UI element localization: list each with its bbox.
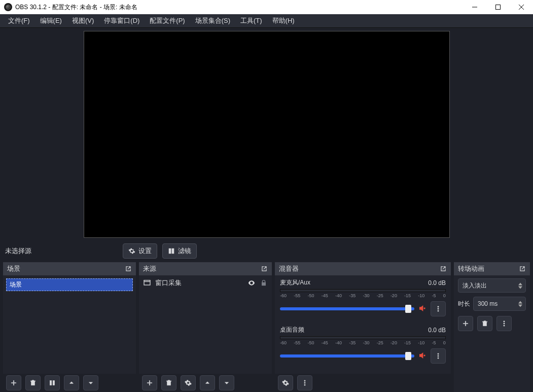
chevron-down-icon xyxy=(223,379,230,386)
audio-ticks: -60-55-50-45-40-35-30-25-20-15-10-50 xyxy=(280,293,446,298)
remove-source-button[interactable] xyxy=(161,375,176,390)
gear-icon xyxy=(185,379,192,386)
preview-area xyxy=(0,28,533,243)
plus-icon xyxy=(10,379,17,386)
mixer-settings-button[interactable] xyxy=(278,375,293,390)
add-source-button[interactable] xyxy=(142,375,157,390)
source-item[interactable]: 窗口采集 xyxy=(139,275,272,291)
add-transition-button[interactable] xyxy=(458,316,473,331)
menu-scene-collection[interactable]: 场景集合(S) xyxy=(190,15,235,27)
trash-icon xyxy=(481,320,488,327)
menu-edit[interactable]: 编辑(E) xyxy=(35,15,67,27)
popout-icon[interactable] xyxy=(125,265,132,272)
menu-help[interactable]: 帮助(H) xyxy=(267,15,300,27)
mixer-channel-db: 0.0 dB xyxy=(428,327,446,334)
source-properties-button[interactable]: 设置 xyxy=(123,243,157,259)
window-title: OBS 30.1.2 - 配置文件: 未命名 - 场景: 未命名 xyxy=(15,3,137,12)
close-button[interactable] xyxy=(510,0,533,14)
scenes-dock: 场景 场景 xyxy=(3,262,136,392)
scene-item[interactable]: 场景 xyxy=(6,278,133,291)
speaker-muted-icon xyxy=(418,351,427,360)
spinner-icon xyxy=(518,301,522,307)
mixer-channel: 桌面音频 0.0 dB -60-55-50-45-40-35-30-25-20-… xyxy=(275,323,451,370)
svg-point-20 xyxy=(504,323,505,324)
svg-rect-6 xyxy=(50,380,52,385)
mixer-channel-menu-button[interactable] xyxy=(431,348,446,364)
gear-icon xyxy=(128,247,135,255)
more-vertical-icon xyxy=(435,305,442,312)
transitions-dock: 转场动画 淡入淡出 时长 300 ms xyxy=(454,262,530,392)
mixer-header: 混音器 xyxy=(275,262,451,275)
menu-profile[interactable]: 配置文件(P) xyxy=(145,15,190,27)
lock-icon[interactable] xyxy=(260,279,268,287)
plus-icon xyxy=(146,379,153,386)
volume-slider[interactable] xyxy=(280,307,414,310)
popout-icon[interactable] xyxy=(519,265,526,272)
volume-slider[interactable] xyxy=(280,354,414,358)
move-scene-up-button[interactable] xyxy=(64,375,79,390)
eye-icon[interactable] xyxy=(247,279,256,287)
mute-button[interactable] xyxy=(418,351,427,361)
mixer-channel-menu-button[interactable] xyxy=(431,301,446,316)
more-vertical-icon xyxy=(301,379,308,386)
svg-rect-8 xyxy=(144,280,150,285)
mute-button[interactable] xyxy=(418,304,427,314)
maximize-button[interactable] xyxy=(486,0,510,14)
transition-select[interactable]: 淡入淡出 xyxy=(458,278,526,293)
scenes-title: 场景 xyxy=(7,264,20,273)
chevron-down-icon xyxy=(87,379,94,386)
duration-value: 300 ms xyxy=(478,300,498,307)
move-source-down-button[interactable] xyxy=(219,375,234,390)
source-filters-label: 滤镜 xyxy=(178,246,191,256)
filters-icon xyxy=(168,247,175,255)
menu-dock[interactable]: 停靠窗口(D) xyxy=(99,15,145,27)
more-vertical-icon xyxy=(501,320,508,327)
svg-point-12 xyxy=(438,310,439,311)
trash-icon xyxy=(29,379,37,386)
window-titlebar: OBS 30.1.2 - 配置文件: 未命名 - 场景: 未命名 xyxy=(0,0,533,14)
menu-tools[interactable]: 工具(T) xyxy=(235,15,267,27)
mixer-channel-name: 麦克风/Aux xyxy=(280,278,428,287)
sources-title: 来源 xyxy=(143,264,156,273)
svg-point-15 xyxy=(438,358,439,359)
svg-rect-4 xyxy=(169,248,171,254)
source-toolbar: 未选择源 设置 滤镜 xyxy=(0,243,533,259)
menubar: 文件(F) 编辑(E) 视图(V) 停靠窗口(D) 配置文件(P) 场景集合(S… xyxy=(0,14,533,28)
preview-canvas[interactable] xyxy=(84,31,450,238)
add-scene-button[interactable] xyxy=(6,375,21,390)
duration-input[interactable]: 300 ms xyxy=(473,297,526,311)
menu-file[interactable]: 文件(F) xyxy=(3,15,35,27)
mixer-dock: 混音器 麦克风/Aux 0.0 dB -60-55-50-45-40-35-30… xyxy=(275,262,451,392)
sources-header: 来源 xyxy=(139,262,272,275)
svg-point-11 xyxy=(438,308,439,309)
source-status: 未选择源 xyxy=(5,246,31,256)
audio-meter xyxy=(280,289,446,292)
move-scene-down-button[interactable] xyxy=(83,375,98,390)
svg-point-13 xyxy=(438,353,439,354)
more-vertical-icon xyxy=(435,352,442,360)
scene-filters-button[interactable] xyxy=(45,375,60,390)
transition-select-value: 淡入淡出 xyxy=(463,281,487,290)
mixer-menu-button[interactable] xyxy=(297,375,312,390)
source-properties-button[interactable] xyxy=(181,375,196,390)
popout-icon[interactable] xyxy=(261,265,268,272)
svg-rect-5 xyxy=(172,248,174,254)
scene-item-label: 场景 xyxy=(10,281,22,288)
chevron-up-icon xyxy=(68,379,75,386)
audio-ticks: -60-55-50-45-40-35-30-25-20-15-10-50 xyxy=(280,340,446,345)
move-source-up-button[interactable] xyxy=(200,375,215,390)
minimize-button[interactable] xyxy=(463,0,486,14)
remove-scene-button[interactable] xyxy=(25,375,41,390)
svg-rect-7 xyxy=(53,380,55,385)
source-filters-button[interactable]: 滤镜 xyxy=(162,243,197,259)
trash-icon xyxy=(165,379,172,386)
svg-point-18 xyxy=(304,384,305,385)
transition-menu-button[interactable] xyxy=(496,316,512,331)
speaker-muted-icon xyxy=(418,304,427,312)
scenes-header: 场景 xyxy=(3,262,136,275)
popout-icon[interactable] xyxy=(440,265,447,272)
menu-view[interactable]: 视图(V) xyxy=(67,15,99,27)
remove-transition-button[interactable] xyxy=(477,316,492,331)
audio-meter xyxy=(280,336,446,339)
svg-point-14 xyxy=(438,355,439,357)
